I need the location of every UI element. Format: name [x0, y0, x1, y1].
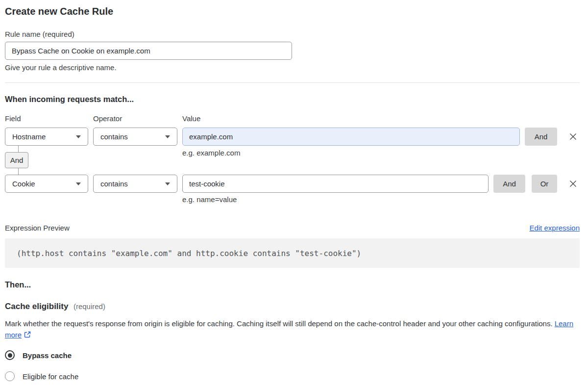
remove-row-button[interactable]	[566, 130, 580, 144]
cache-eligibility-description: Mark whether the request's response from…	[5, 318, 573, 340]
section-divider	[5, 82, 580, 83]
close-icon	[568, 179, 578, 188]
required-note: (required)	[74, 302, 105, 311]
rule-name-label: Rule name (required)	[5, 30, 580, 39]
column-headers: Field Operator Value	[5, 114, 580, 123]
chevron-down-icon	[76, 135, 81, 138]
match-row-hostname: Hostname contains And	[5, 128, 580, 146]
or-button[interactable]: Or	[532, 175, 557, 193]
value-input[interactable]	[182, 128, 520, 146]
operator-select-value: contains	[100, 132, 128, 141]
expression-preview-header: Expression Preview Edit expression	[5, 223, 580, 233]
external-link-icon	[24, 331, 31, 338]
radio-label: Bypass cache	[23, 351, 72, 360]
value-input[interactable]	[182, 175, 489, 193]
radio-unselected-icon[interactable]	[5, 371, 15, 381]
rule-name-input[interactable]	[5, 42, 292, 60]
remove-row-button[interactable]	[566, 177, 580, 191]
chevron-down-icon	[165, 135, 170, 138]
cache-eligibility-heading: Cache eligibility	[5, 302, 68, 311]
radio-option-bypass-cache[interactable]: Bypass cache	[5, 350, 580, 360]
match-row-cookie: Cookie contains And Or	[5, 175, 580, 193]
value-hint: e.g. name=value	[182, 195, 580, 204]
expression-preview-label: Expression Preview	[5, 223, 70, 233]
operator-column-label: Operator	[93, 114, 177, 123]
field-select[interactable]: Hostname	[5, 128, 88, 146]
operator-select[interactable]: contains	[93, 128, 177, 146]
create-cache-rule-form: Create new Cache Rule Rule name (require…	[0, 0, 588, 381]
edit-expression-link[interactable]: Edit expression	[529, 223, 580, 233]
close-icon	[568, 132, 578, 141]
field-select-value: Cookie	[12, 180, 35, 188]
value-column-label: Value	[182, 114, 200, 123]
rule-name-helper: Give your rule a descriptive name.	[5, 63, 580, 72]
operator-select-value: contains	[100, 180, 128, 188]
field-select-value: Hostname	[12, 132, 46, 141]
expression-code-block: (http.host contains "example.com" and ht…	[5, 238, 580, 268]
field-select[interactable]: Cookie	[5, 175, 88, 193]
chevron-down-icon	[76, 182, 81, 185]
cache-eligibility-header: Cache eligibility (required)	[5, 301, 580, 311]
radio-selected-icon[interactable]	[5, 350, 15, 360]
match-heading: When incoming requests match...	[5, 94, 580, 104]
value-hint: e.g. example.com	[182, 149, 240, 157]
page-title: Create new Cache Rule	[5, 5, 580, 18]
chevron-down-icon	[165, 182, 170, 185]
radio-option-eligible-for-cache[interactable]: Eligible for cache	[5, 371, 580, 381]
radio-label: Eligible for cache	[23, 372, 78, 381]
then-heading: Then...	[5, 280, 580, 289]
and-button[interactable]: And	[525, 128, 557, 146]
field-column-label: Field	[5, 114, 88, 123]
and-connector-button[interactable]: And	[5, 152, 28, 168]
operator-select[interactable]: contains	[93, 175, 177, 193]
description-text: Mark whether the request's response from…	[5, 319, 553, 328]
and-button[interactable]: And	[493, 175, 525, 193]
row-connector-area: And e.g. example.com	[5, 146, 580, 175]
